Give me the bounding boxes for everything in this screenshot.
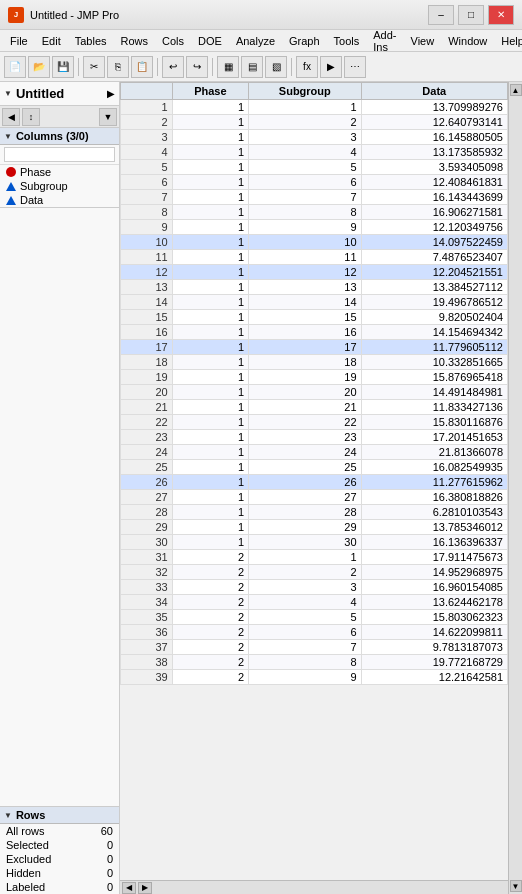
table-row[interactable]: 322214.952968975 [121,565,508,580]
vscrollbar[interactable]: ▲ ▼ [508,82,522,894]
table-row[interactable]: 2912913.785346012 [121,520,508,535]
menu-item-help[interactable]: Help [495,33,522,49]
vscroll-up[interactable]: ▲ [510,84,522,96]
row-number: 13 [121,280,173,295]
table-row[interactable]: 1911915.876965418 [121,370,508,385]
table-row[interactable]: 1411419.496786512 [121,295,508,310]
col-item-data[interactable]: Data [0,193,119,207]
table-row[interactable]: 37279.7813187073 [121,640,508,655]
table-row[interactable]: 1611614.154694342 [121,325,508,340]
new-button[interactable]: 📄 [4,56,26,78]
menu-item-tools[interactable]: Tools [328,33,366,49]
table-row[interactable]: 352515.803062323 [121,610,508,625]
cell-phase: 1 [172,415,248,430]
table-row[interactable]: 362614.622099811 [121,625,508,640]
table-row[interactable]: 1211212.204521551 [121,265,508,280]
table-row[interactable]: 21212.640793141 [121,115,508,130]
table-row[interactable]: 5153.593405098 [121,160,508,175]
undo-button[interactable]: ↩ [162,56,184,78]
data-table: PhaseSubgroupData 11113.70998927621212.6… [120,82,508,685]
table-row[interactable]: 31316.145880505 [121,130,508,145]
table-row[interactable]: 281286.2810103543 [121,505,508,520]
vscroll-down[interactable]: ▼ [510,880,522,892]
table-row[interactable]: 111117.4876523407 [121,250,508,265]
title-bar-controls[interactable]: – □ ✕ [428,5,514,25]
menu-item-add-ins[interactable]: Add-Ins [367,27,402,55]
col-header-data[interactable]: Data [361,83,507,100]
menu-item-window[interactable]: Window [442,33,493,49]
menu-item-file[interactable]: File [4,33,34,49]
table-row[interactable]: 2112111.833427136 [121,400,508,415]
menu-item-view[interactable]: View [405,33,441,49]
table-row[interactable]: 2012014.491484981 [121,385,508,400]
table-btn[interactable]: ▦ [217,56,239,78]
menu-item-graph[interactable]: Graph [283,33,326,49]
table-row[interactable]: 382819.772168729 [121,655,508,670]
col-item-phase[interactable]: Phase [0,165,119,179]
columns-search-input[interactable] [4,147,115,162]
paste-button[interactable]: 📋 [131,56,153,78]
col-item-subgroup[interactable]: Subgroup [0,179,119,193]
menu-item-rows[interactable]: Rows [115,33,155,49]
rows-stat-labeled: Labeled0 [0,880,119,894]
rows-header[interactable]: ▼ Rows [0,807,119,824]
formula-btn[interactable]: fx [296,56,318,78]
cell-data: 11.779605112 [361,340,507,355]
row-number: 28 [121,505,173,520]
table-row[interactable]: 312117.911475673 [121,550,508,565]
title-bar: J Untitled - JMP Pro – □ ✕ [0,0,522,30]
cut-button[interactable]: ✂ [83,56,105,78]
data-table-wrap[interactable]: PhaseSubgroupData 11113.70998927621212.6… [120,82,508,880]
hscroll-right[interactable]: ▶ [138,882,152,894]
redo-button[interactable]: ↪ [186,56,208,78]
table-row[interactable]: 392912.21642581 [121,670,508,685]
rows-stats: All rows60Selected0Excluded0Hidden0Label… [0,824,119,894]
table-row[interactable]: 342413.624462178 [121,595,508,610]
menu-item-cols[interactable]: Cols [156,33,190,49]
cell-subgroup: 9 [249,220,361,235]
chart-btn[interactable]: ▤ [241,56,263,78]
main-area: ▼ Untitled ▶ ◀ ↕ ▼ ▼ Columns (3/0) Phase… [0,82,522,894]
col-header-phase[interactable]: Phase [172,83,248,100]
table-row[interactable]: 151159.820502404 [121,310,508,325]
table-row[interactable]: 41413.173585932 [121,145,508,160]
columns-header[interactable]: ▼ Columns (3/0) [0,128,119,145]
chart2-btn[interactable]: ▧ [265,56,287,78]
table-row[interactable]: 2512516.082549935 [121,460,508,475]
save-button[interactable]: 💾 [52,56,74,78]
table-row[interactable]: 2712716.380818826 [121,490,508,505]
table-row[interactable]: 1811810.332851665 [121,355,508,370]
table-row[interactable]: 1311313.384527112 [121,280,508,295]
sort-btn[interactable]: ↕ [22,108,40,126]
open-button[interactable]: 📂 [28,56,50,78]
maximize-button[interactable]: □ [458,5,484,25]
table-row[interactable]: 91912.120349756 [121,220,508,235]
minimize-button[interactable]: – [428,5,454,25]
table-row[interactable]: 2312317.201451653 [121,430,508,445]
col-header-subgroup[interactable]: Subgroup [249,83,361,100]
table-row[interactable]: 1011014.097522459 [121,235,508,250]
menu-item-tables[interactable]: Tables [69,33,113,49]
menu-item-analyze[interactable]: Analyze [230,33,281,49]
table-row[interactable]: 81816.906271581 [121,205,508,220]
copy-button[interactable]: ⎘ [107,56,129,78]
table-row[interactable]: 1711711.779605112 [121,340,508,355]
table-row[interactable]: 61612.408461831 [121,175,508,190]
table-row[interactable]: 332316.960154085 [121,580,508,595]
scroll-right-btn[interactable]: ▼ [99,108,117,126]
table-row[interactable]: 2612611.277615962 [121,475,508,490]
table-row[interactable]: 3013016.136396337 [121,535,508,550]
table-row[interactable]: 2212215.830116876 [121,415,508,430]
close-button[interactable]: ✕ [488,5,514,25]
col-continuous-icon [6,196,16,205]
table-row[interactable]: 71716.143443699 [121,190,508,205]
hscroll-left[interactable]: ◀ [122,882,136,894]
more-btn[interactable]: ⋯ [344,56,366,78]
run-btn[interactable]: ▶ [320,56,342,78]
table-row[interactable]: 2412421.81366078 [121,445,508,460]
table-col-arrow[interactable]: ▶ [107,88,115,99]
menu-item-doe[interactable]: DOE [192,33,228,49]
scroll-left-btn[interactable]: ◀ [2,108,20,126]
menu-item-edit[interactable]: Edit [36,33,67,49]
table-row[interactable]: 11113.709989276 [121,100,508,115]
